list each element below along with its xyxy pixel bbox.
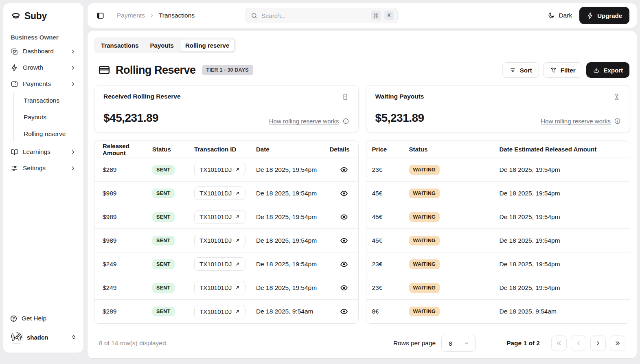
- status-badge: WAITING: [409, 189, 440, 198]
- column-header[interactable]: Date Estimated Released Amount: [500, 146, 630, 153]
- filter-button[interactable]: Filter: [543, 62, 583, 78]
- how-rolling-reserve-works-link[interactable]: How rolling reserve works: [541, 118, 611, 125]
- chevron-down-icon: [463, 340, 470, 346]
- column-header[interactable]: Transaction ID: [194, 146, 256, 153]
- status-badge: WAITING: [409, 165, 440, 175]
- table-row: $989SENTTX10101DJDe 18 2025, 19:54pm: [94, 205, 358, 229]
- table-row: $989SENTTX10101DJDe 18 2025, 19:54pm: [94, 182, 358, 205]
- tab-rolling-reserve[interactable]: Rolling reserve: [180, 39, 235, 52]
- transaction-id-link[interactable]: TX10101DJ: [194, 234, 245, 247]
- view-details-button[interactable]: [338, 211, 350, 223]
- tab-transactions[interactable]: Transactions: [96, 39, 144, 52]
- released-amount-cell: $989: [94, 213, 152, 221]
- view-details-button[interactable]: [338, 282, 350, 294]
- sidebar-item-growth[interactable]: Growth: [10, 59, 77, 76]
- sidebar-item-dashboard[interactable]: Dashboard: [10, 43, 77, 59]
- info-icon[interactable]: [614, 118, 621, 125]
- waiting-payouts-table: Price Status Date Estimated Released Amo…: [366, 140, 631, 324]
- sidebar-item-transactions[interactable]: Transactions: [24, 92, 77, 109]
- user-menu[interactable]: shadcn: [10, 328, 77, 346]
- view-details-button[interactable]: [338, 188, 350, 199]
- how-rolling-reserve-works-link[interactable]: How rolling reserve works: [269, 118, 339, 125]
- view-details-button[interactable]: [338, 235, 350, 246]
- sidebar-item-payments[interactable]: Payments: [10, 76, 77, 92]
- column-header[interactable]: Price: [366, 146, 409, 153]
- credit-card-icon: [98, 64, 110, 76]
- info-icon[interactable]: [342, 118, 349, 125]
- view-details-button[interactable]: [338, 306, 350, 317]
- eye-icon: [340, 213, 348, 221]
- column-header[interactable]: Status: [409, 146, 500, 153]
- summary-card-label: Waiting Payouts: [375, 93, 424, 100]
- column-header[interactable]: Status: [152, 146, 194, 153]
- status-badge: SENT: [152, 259, 175, 269]
- received-rolling-reserve-card: Received Rolling Reserve $45,231.89 How …: [94, 85, 359, 132]
- sort-button[interactable]: Sort: [502, 62, 539, 78]
- date-cell: De 18 2025, 19:54pm: [256, 261, 330, 268]
- table-row: 23€WAITINGDe 18 2025, 19:54pm: [366, 252, 630, 276]
- summary-card-label: Received Rolling Reserve: [103, 93, 181, 100]
- released-amount-cell: $249: [94, 284, 152, 292]
- kbd-k: K: [384, 11, 394, 20]
- table-row: $989SENTTX10101DJDe 18 2025, 19:54pm: [94, 229, 358, 252]
- download-icon: [593, 67, 600, 74]
- topbar: Payments Transactions ⌘ K: [88, 3, 637, 28]
- table-row: $289SENTTX10101DJDe 18 2025, 9:54am: [94, 300, 358, 323]
- first-page-button[interactable]: [551, 335, 567, 351]
- kbd-cmd: ⌘: [371, 11, 381, 20]
- column-header[interactable]: Details: [330, 146, 358, 153]
- transaction-id-link[interactable]: TX10101DJ: [194, 257, 245, 271]
- growth-icon: [11, 64, 18, 72]
- sidebar-item-label: Growth: [23, 64, 43, 71]
- get-help-label: Get Help: [22, 315, 46, 322]
- rows-per-page-select[interactable]: 8: [441, 335, 476, 352]
- previous-page-button[interactable]: [571, 335, 586, 351]
- transaction-id-link[interactable]: TX10101DJ: [194, 163, 245, 176]
- funnel-icon: [550, 67, 557, 74]
- search-input[interactable]: [261, 12, 367, 19]
- hourglass-icon: [613, 93, 621, 101]
- breadcrumb-current: Transactions: [159, 12, 195, 19]
- page-indicator: Page 1 of 2: [506, 340, 540, 347]
- transaction-id-link[interactable]: TX10101DJ: [194, 210, 245, 224]
- date-cell: De 18 2025, 19:54pm: [256, 166, 330, 173]
- column-header[interactable]: Released Amount: [94, 143, 152, 156]
- arrow-up-right-icon: [235, 167, 240, 172]
- next-page-button[interactable]: [590, 335, 606, 351]
- sidebar-item-rolling-reserve[interactable]: Rolling reserve: [24, 125, 77, 142]
- get-help-button[interactable]: Get Help: [10, 311, 77, 326]
- status-badge: SENT: [152, 236, 175, 246]
- theme-toggle-button[interactable]: Dark: [548, 12, 572, 19]
- sidebar-item-payouts[interactable]: Payouts: [24, 109, 77, 125]
- table-row: $289SENTTX10101DJDe 18 2025, 19:54pm: [94, 158, 358, 182]
- transaction-id-link[interactable]: TX10101DJ: [194, 186, 245, 200]
- view-details-button[interactable]: [338, 259, 350, 270]
- brand-logo[interactable]: Suby: [10, 11, 77, 22]
- chevron-right-icon: [595, 340, 601, 346]
- export-button[interactable]: Export: [586, 62, 629, 78]
- page-header: Rolling Reserve TIER 1 - 30 DAYS Sort: [98, 62, 629, 78]
- brand-name: Suby: [24, 11, 47, 22]
- tab-payouts[interactable]: Payouts: [145, 39, 179, 52]
- transaction-id-link[interactable]: TX10101DJ: [194, 305, 245, 318]
- search-box[interactable]: ⌘ K: [245, 8, 398, 23]
- upgrade-button[interactable]: Upgrade: [579, 7, 629, 24]
- sidebar-item-settings[interactable]: Settings: [10, 160, 77, 176]
- payments-subnav: Transactions Payouts Rolling reserve: [13, 92, 77, 142]
- date-cell: De 18 2025, 19:54pm: [500, 284, 630, 292]
- sidebar: Suby Business Owner Dashboard: [3, 3, 83, 353]
- column-header[interactable]: Date: [256, 146, 330, 153]
- table-footer: 8 of 14 row(s) displayed. Rows per page …: [94, 331, 630, 353]
- tier-badge: TIER 1 - 30 DAYS: [202, 65, 253, 75]
- sidebar-item-learnings[interactable]: Learnings: [10, 144, 77, 160]
- transaction-id-link[interactable]: TX10101DJ: [194, 281, 245, 294]
- price-cell: 8€: [366, 308, 409, 315]
- sidebar-item-label: Payments: [23, 80, 51, 88]
- dashboard-icon: [11, 48, 18, 55]
- view-details-button[interactable]: [338, 164, 350, 175]
- last-page-button[interactable]: [610, 335, 625, 351]
- help-circle-icon: [10, 315, 18, 322]
- sidebar-toggle-button[interactable]: [95, 10, 106, 21]
- breadcrumb-parent[interactable]: Payments: [117, 12, 145, 19]
- released-column: Received Rolling Reserve $45,231.89 How …: [94, 85, 359, 324]
